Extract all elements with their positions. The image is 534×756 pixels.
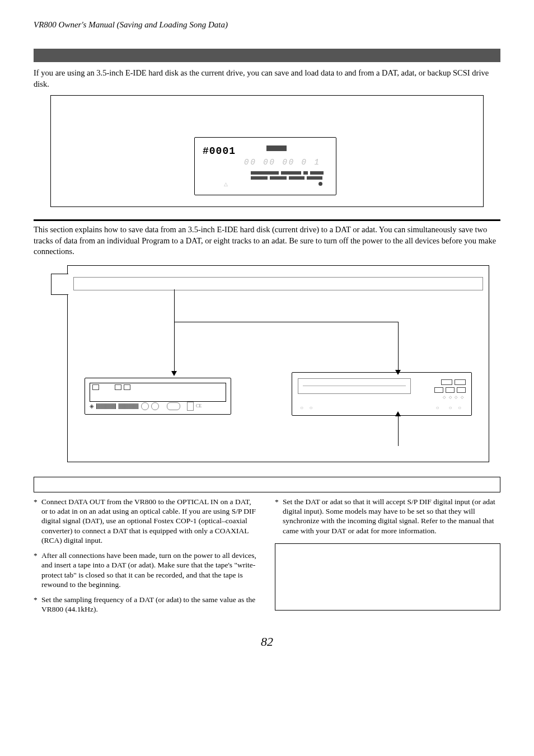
- cartridge-slot-icon: [266, 145, 287, 151]
- list-item-text: Connect DATA OUT from the VR800 to the O…: [41, 497, 259, 545]
- vr800-rear-panel: ◈ CE: [85, 378, 231, 415]
- section-intro-paragraph: This section explains how to save data f…: [34, 224, 500, 257]
- left-column: * Connect DATA OUT from the VR800 to the…: [34, 497, 259, 620]
- cable-line: [398, 416, 399, 446]
- transport-buttons-icon: [251, 171, 328, 181]
- running-header: VR800 Owner's Manual (Saving and Loading…: [34, 20, 500, 30]
- cable-line: [398, 322, 399, 371]
- vr800-front-panel: #0001 00 00 00 0 1 △: [194, 137, 336, 195]
- list-item: * Set the DAT or adat so that it will ac…: [275, 497, 500, 536]
- dat-buttons-icon: [434, 379, 466, 393]
- seven-segment-readout: 00 00 00 0 1: [244, 158, 321, 167]
- subsection-heading-box: [34, 477, 500, 492]
- list-item: * Set the sampling frequency of a DAT (o…: [34, 595, 259, 614]
- right-column: * Set the DAT or adat so that it will ac…: [275, 497, 500, 620]
- tape-slot-icon: [298, 378, 411, 394]
- figure-tab-icon: [51, 274, 68, 295]
- cable-line: [174, 322, 398, 322]
- intro-paragraph: If you are using an 3.5-inch E-IDE hard …: [34, 68, 500, 90]
- power-led-icon: [318, 182, 322, 186]
- list-item-text: Set the sampling frequency of a DAT (or …: [41, 595, 259, 614]
- cable-line: [174, 289, 175, 372]
- eject-icon: △: [224, 181, 228, 187]
- dat-adat-device: ◇ ◇ ◇ ◇ ○ ○ ○ ○ ○: [292, 372, 472, 416]
- list-item: * After all connections have been made, …: [34, 551, 259, 589]
- arrow-down-icon: [171, 371, 177, 376]
- section-title-bar: [34, 49, 500, 62]
- figure-device-front: #0001 00 00 00 0 1 △: [50, 95, 484, 207]
- section-divider: [34, 219, 500, 221]
- lcd-program-label: #0001: [203, 145, 236, 157]
- note-box: [275, 543, 500, 611]
- list-item-text: After all connections have been made, tu…: [41, 551, 259, 589]
- list-item-text: Set the DAT or adat so that it will acce…: [283, 497, 500, 536]
- page-number: 82: [34, 635, 500, 649]
- list-item: * Connect DATA OUT from the VR800 to the…: [34, 497, 259, 545]
- figure-connection-diagram: ◈ CE ◇ ◇ ◇ ◇ ○ ○ ○ ○ ○: [67, 265, 489, 462]
- label-bar: [73, 277, 483, 290]
